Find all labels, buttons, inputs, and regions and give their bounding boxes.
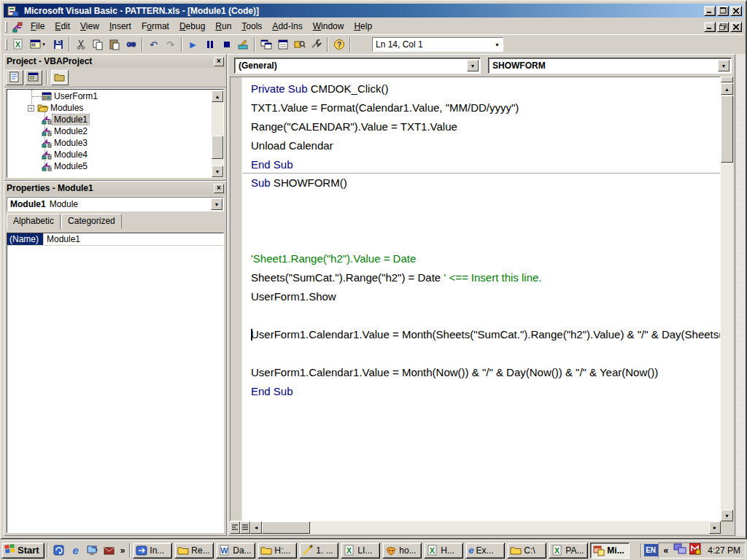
chevron-down-icon[interactable]: ▼ [467,60,479,71]
tab-categorized[interactable]: Categorized [61,214,122,229]
view-code-button[interactable] [6,70,23,85]
tree-item-modules[interactable]: −Modules [7,102,212,114]
menu-item-tools[interactable]: Tools [236,20,267,34]
task-button-da[interactable]: WDa... [216,542,255,559]
toggle-folders-button[interactable] [51,70,69,85]
project-panel-caption[interactable]: Project - VBAProject × [4,55,226,68]
properties-close-icon[interactable]: × [214,184,224,193]
properties-window-button[interactable] [274,36,291,52]
tray-collapse-chevron[interactable]: « [662,545,671,556]
object-dropdown[interactable]: (General) ▼ [234,58,481,74]
save-button[interactable] [50,36,66,52]
reset-button[interactable] [218,36,235,52]
menu-item-insert[interactable]: Insert [104,20,136,34]
view-excel-button[interactable]: X [9,36,26,52]
code-line[interactable]: Range("CALENDAR").Value = TXT1.Value [251,117,720,136]
code-line[interactable]: Sub SHOWFORM() [251,174,720,192]
code-line[interactable] [251,192,720,211]
menu-item-file[interactable]: File [26,20,50,34]
procedure-dropdown[interactable]: SHOWFORM ▼ [488,58,732,74]
code-line[interactable]: Sheets("SumCat.").Range("h2") = Date ' <… [251,268,720,287]
code-line[interactable]: Private Sub CMDOK_Click() [251,79,720,98]
task-button-li[interactable]: XLI... [341,542,380,559]
toolbox-button[interactable] [308,36,325,52]
task-button-ho[interactable]: ho... [382,542,422,559]
property-name[interactable]: (Name) [7,233,44,245]
task-button-h[interactable]: H:... [258,542,297,559]
view-object-button[interactable] [25,70,42,85]
property-value[interactable]: Module1 [44,233,223,245]
code-line[interactable]: End Sub [243,155,720,174]
cut-button[interactable] [72,36,89,52]
assistant-button[interactable]: ? [330,36,347,52]
object-browser-button[interactable] [291,36,308,52]
code-line[interactable]: End Sub [251,382,720,401]
menu-item-run[interactable]: Run [210,20,236,34]
mdi-minimize-button[interactable] [704,22,716,32]
scroll-up-icon[interactable]: ▲ [721,83,733,95]
project-explorer-button[interactable] [258,36,274,52]
start-button[interactable]: Start [1,542,44,559]
menu-item-help[interactable]: Help [349,20,377,34]
scrollbar-thumb[interactable] [721,96,733,163]
tree-item-module3[interactable]: Module3 [7,137,212,149]
code-line[interactable]: UserForm1.Calendar1.Value = Month(Now())… [251,363,720,382]
code-line[interactable]: Unload Calendar [251,136,720,155]
task-button-pa[interactable]: XPA... [549,542,588,559]
project-tree[interactable]: UserForm1−ModulesModule1Module2Module3Mo… [7,89,224,178]
task-button-ex[interactable]: eEx... [465,542,505,559]
menu-item-view[interactable]: View [75,20,104,34]
menu-item-edit[interactable]: Edit [50,20,75,34]
maximize-button[interactable] [717,6,729,16]
object-selector-dropdown[interactable]: Module1 Module ▼ [7,197,224,211]
run-button[interactable]: ▶ [185,36,201,52]
mdi-close-button[interactable] [730,22,742,32]
ql-desktop-icon[interactable] [86,544,99,557]
scroll-down-icon[interactable]: ▼ [212,166,223,177]
antivirus-icon[interactable] [689,543,702,557]
menu-item-window[interactable]: Window [308,20,349,34]
code-line[interactable]: TXT1.Value = Format(Calendar1.Value, "MM… [251,98,720,117]
code-vertical-scrollbar[interactable]: ▲ ▼ [721,77,733,521]
mdi-restore-button[interactable] [717,22,729,32]
property-row[interactable]: (Name)Module1 [7,233,223,246]
tree-item-userform1[interactable]: UserForm1 [7,90,212,102]
margin-indicator-bar[interactable] [231,77,242,521]
code-line[interactable] [251,344,720,363]
title-bar[interactable]: Microsoft Visual Basic - PATTERN.xls - [… [4,4,743,18]
menu-item-add-ins[interactable]: Add-Ins [267,20,307,34]
tree-item-module4[interactable]: Module4 [7,149,212,160]
code-line[interactable] [251,211,720,230]
procedure-view-button[interactable] [230,521,240,534]
toolbar-grip-handle[interactable] [5,39,7,50]
scrollbar-thumb[interactable] [262,521,310,534]
paste-button[interactable] [106,36,123,52]
scroll-down-icon[interactable]: ▼ [721,510,733,521]
code-line[interactable] [251,306,720,325]
chevron-down-icon[interactable]: ▼ [42,42,46,47]
menu-item-debug[interactable]: Debug [174,20,210,34]
code-line[interactable]: 'Sheet1.Range("h2").Value = Date [251,249,720,268]
split-handle[interactable] [721,77,733,82]
code-line[interactable]: UserForm1.Calendar1.Value = Month(Sheets… [251,325,720,344]
copy-button[interactable] [89,36,106,52]
design-mode-button[interactable] [235,36,252,52]
tree-item-module2[interactable]: Module2 [7,125,212,137]
task-button-mi[interactable]: Mi... [590,542,630,559]
task-button-in[interactable]: In... [133,542,172,559]
find-button[interactable] [123,36,139,52]
line-column-indicator[interactable]: Ln 14, Col 1 ▼ [372,37,503,52]
properties-panel-caption[interactable]: Properties - Module1 × [4,182,226,195]
project-close-icon[interactable]: × [214,57,224,66]
language-indicator[interactable]: EN [644,544,658,556]
tree-item-module1[interactable]: Module1 [7,114,212,125]
task-button-h[interactable]: XH... [424,542,463,559]
menubar-grip-handle[interactable] [5,21,7,33]
full-module-view-button[interactable] [240,521,250,534]
code-text[interactable]: Private Sub CMDOK_Click()TXT1.Value = Fo… [243,77,720,521]
minimize-button[interactable] [704,6,716,16]
task-button-c[interactable]: C:\ [507,542,546,559]
redo-button[interactable]: ↷ [162,36,179,52]
code-horizontal-scrollbar[interactable]: ◄ ► [230,521,721,534]
code-line[interactable]: UserForm1.Show [251,287,720,306]
